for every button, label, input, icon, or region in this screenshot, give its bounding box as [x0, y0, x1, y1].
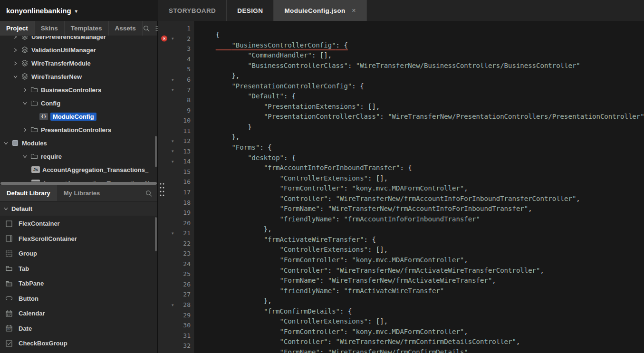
tree-item[interactable]: require: [0, 150, 157, 163]
chevron-icon[interactable]: [22, 101, 28, 105]
close-icon[interactable]: ✕: [352, 8, 356, 14]
gutter-row[interactable]: 22: [158, 238, 194, 248]
chevron-icon[interactable]: [3, 141, 9, 145]
tree-item[interactable]: UserPreferencesManager: [0, 36, 157, 43]
document-tab[interactable]: DESIGN: [227, 0, 274, 21]
fold-arrow-icon[interactable]: ▾: [172, 139, 174, 143]
gutter-row[interactable]: 25: [158, 269, 194, 279]
gutter-row[interactable]: 15: [158, 167, 194, 177]
chevron-icon[interactable]: [22, 88, 28, 92]
document-tab[interactable]: ModuleConfig.json ✕: [274, 0, 367, 21]
gutter-row[interactable]: 20: [158, 218, 194, 228]
gutter-row[interactable]: ▾ 7: [158, 85, 194, 95]
tree-item[interactable]: WireTransferModule: [0, 57, 157, 70]
tree-item[interactable]: ValidationUtilManager: [0, 43, 157, 57]
library-item-label: CheckBoxGroup: [19, 340, 67, 347]
tree-item[interactable]: Js AccountAggregation_Transactions_: [0, 163, 157, 176]
gutter-row[interactable]: 5: [158, 64, 194, 75]
gutter-row[interactable]: 1: [158, 23, 194, 34]
library-item[interactable]: 02 Date: [0, 321, 157, 336]
sidebar-tab[interactable]: Project: [0, 21, 35, 36]
gutter-row[interactable]: ▾ 21: [158, 228, 194, 239]
library-item[interactable]: Calendar: [0, 306, 157, 321]
gutter-row[interactable]: 31: [158, 330, 194, 341]
library-item[interactable]: Group: [0, 246, 157, 261]
gutter-row[interactable]: 10: [158, 115, 194, 126]
tree-item[interactable]: Js AccountAggregation_TransactionsN: [0, 176, 157, 181]
chevron-icon[interactable]: [22, 154, 28, 159]
library-tab[interactable]: My Libraries: [57, 185, 107, 201]
gutter-row[interactable]: 26: [158, 279, 194, 290]
tree-item[interactable]: {} ModuleConfig: [0, 110, 157, 123]
library-item[interactable]: Button: [0, 291, 157, 306]
gutter-row[interactable]: 29: [158, 310, 194, 320]
search-icon[interactable]: [143, 25, 150, 32]
code-line[interactable]: },: [200, 125, 644, 136]
gutter-row[interactable]: 24: [158, 259, 194, 269]
code-line-text: "frmActivateWireTransfer": {: [216, 236, 376, 243]
chevron-icon[interactable]: [12, 36, 18, 39]
gutter-row[interactable]: 18: [158, 197, 194, 208]
gutter-row[interactable]: ▾ 28: [158, 300, 194, 310]
tree-item[interactable]: WireTransferNew: [0, 70, 157, 83]
library-item[interactable]: FlexContainer: [0, 216, 157, 231]
line-number: 32: [183, 342, 191, 349]
library-scrollbar[interactable]: [155, 217, 157, 251]
sidebar-tab[interactable]: Templates: [65, 21, 109, 36]
library-item[interactable]: FlexScrollContainer: [0, 231, 157, 247]
line-number: 18: [183, 199, 191, 206]
fold-arrow-icon[interactable]: ▾: [172, 87, 174, 92]
gutter-row[interactable]: 30: [158, 320, 194, 331]
library-item[interactable]: CheckBoxGroup: [0, 336, 157, 351]
gutter-row[interactable]: 8: [158, 95, 194, 105]
fold-arrow-icon[interactable]: ▾: [172, 231, 174, 236]
tree-item[interactable]: Config: [0, 96, 157, 110]
gutter-row[interactable]: ▾ 12: [158, 136, 194, 146]
gutter-row[interactable]: ▾ 13: [158, 146, 194, 157]
gutter-row[interactable]: ✕ ▾ 2: [158, 34, 194, 44]
error-icon[interactable]: ✕: [161, 36, 167, 42]
gutter-row[interactable]: 27: [158, 289, 194, 300]
fold-arrow-icon[interactable]: ▾: [172, 159, 174, 164]
chevron-icon[interactable]: [12, 48, 18, 52]
library-item[interactable]: Tab: [0, 261, 157, 277]
tree-scrollbar[interactable]: [155, 136, 157, 167]
tree-item[interactable]: BusinessControllers: [0, 83, 157, 96]
code-line[interactable]: "PresentationControllerConfig": {: [200, 75, 644, 85]
search-icon[interactable]: [145, 190, 153, 197]
document-tab[interactable]: STORYBOARD: [158, 0, 227, 21]
fold-arrow-icon[interactable]: ▾: [172, 36, 174, 41]
fold-arrow-icon[interactable]: ▾: [172, 302, 174, 307]
chevron-icon[interactable]: [22, 128, 28, 132]
panel-resize-handle[interactable]: [159, 182, 165, 199]
library-group-default[interactable]: Default: [0, 201, 157, 216]
gutter-row[interactable]: 32: [158, 341, 194, 351]
chevron-icon[interactable]: [12, 75, 18, 79]
code-line[interactable]: {: [200, 23, 644, 34]
sidebar-tab[interactable]: Skins: [35, 21, 65, 36]
gutter-row[interactable]: 23: [158, 248, 194, 259]
chevron-icon[interactable]: [12, 61, 18, 66]
gutter-row[interactable]: 3: [158, 44, 194, 54]
fold-arrow-icon[interactable]: ▾: [172, 77, 174, 82]
gutter-row[interactable]: 19: [158, 208, 194, 218]
panel-splitter[interactable]: [0, 181, 157, 185]
fold-arrow-icon[interactable]: ▾: [172, 149, 174, 153]
tree-item[interactable]: Modules: [0, 136, 157, 150]
code-line[interactable]: "BusinessControllerConfig": {: [200, 34, 644, 44]
main-body: ProjectSkinsTemplatesAssets UserPreferen…: [0, 21, 644, 353]
gutter-row[interactable]: ▾ 14: [158, 156, 194, 167]
gutter-row[interactable]: 11: [158, 125, 194, 136]
gutter-row[interactable]: ▾ 6: [158, 75, 194, 85]
project-selector[interactable]: konyonlinebanking ▾: [0, 0, 158, 21]
widget-icon: [5, 234, 13, 243]
line-number: 20: [183, 219, 191, 227]
gutter-row[interactable]: 9: [158, 105, 194, 115]
library-tab[interactable]: Default Library: [0, 185, 57, 201]
gutter-row[interactable]: 4: [158, 54, 194, 65]
sidebar-tab[interactable]: Assets: [109, 21, 143, 36]
tree-item[interactable]: PresentationControllers: [0, 123, 157, 136]
library-item[interactable]: TabPane: [0, 276, 157, 291]
code-area[interactable]: { "BusinessControllerConfig": { "Command…: [195, 21, 644, 353]
code-line[interactable]: "Forms": {: [200, 136, 644, 146]
